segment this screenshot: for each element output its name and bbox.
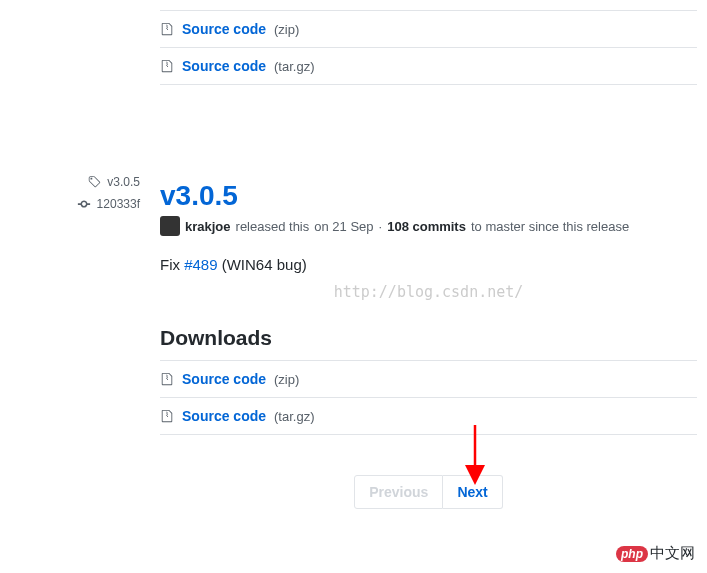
download-ext: (tar.gz) <box>274 409 314 424</box>
avatar[interactable] <box>160 216 180 236</box>
commits-suffix: to master since this release <box>471 219 629 234</box>
commit-label: 120333f <box>97 197 140 211</box>
commit-icon <box>77 197 91 211</box>
next-button[interactable]: Next <box>443 475 502 509</box>
commit-row[interactable]: 120333f <box>20 197 140 211</box>
zip-icon <box>160 409 174 423</box>
previous-button: Previous <box>354 475 443 509</box>
watermark: http://blog.csdn.net/ <box>160 283 697 301</box>
download-link[interactable]: Source code <box>182 21 266 37</box>
release-body: Fix #489 (WIN64 bug) <box>160 256 697 273</box>
php-badge: php <box>616 546 648 562</box>
zip-icon <box>160 372 174 386</box>
release-title[interactable]: v3.0.5 <box>160 180 697 212</box>
download-item[interactable]: Source code (tar.gz) <box>160 48 697 85</box>
top-downloads-list: Source code (zip) Source code (tar.gz) <box>160 10 697 85</box>
pagination: Previous Next <box>160 475 697 509</box>
zip-icon <box>160 59 174 73</box>
download-item[interactable]: Source code (zip) <box>160 11 697 48</box>
download-ext: (zip) <box>274 372 299 387</box>
download-item[interactable]: Source code (tar.gz) <box>160 398 697 435</box>
release-meta: krakjoe released this on 21 Sep · 108 co… <box>160 216 697 236</box>
downloads-heading: Downloads <box>160 326 697 350</box>
issue-link[interactable]: #489 <box>184 256 217 273</box>
release-date: on 21 Sep <box>314 219 373 234</box>
download-ext: (zip) <box>274 22 299 37</box>
tag-label: v3.0.5 <box>107 175 140 189</box>
download-ext: (tar.gz) <box>274 59 314 74</box>
tag-row[interactable]: v3.0.5 <box>20 175 140 189</box>
download-link[interactable]: Source code <box>182 408 266 424</box>
release-downloads-list: Source code (zip) Source code (tar.gz) <box>160 360 697 435</box>
commits-link[interactable]: 108 commits <box>387 219 466 234</box>
release-sidebar: v3.0.5 120333f <box>20 0 160 509</box>
download-link[interactable]: Source code <box>182 371 266 387</box>
footer-logo[interactable]: php 中文网 <box>616 544 695 563</box>
download-link[interactable]: Source code <box>182 58 266 74</box>
footer-text: 中文网 <box>650 544 695 563</box>
download-item[interactable]: Source code (zip) <box>160 361 697 398</box>
released-text: released this <box>236 219 310 234</box>
tag-icon <box>87 175 101 189</box>
author-link[interactable]: krakjoe <box>185 219 231 234</box>
zip-icon <box>160 22 174 36</box>
